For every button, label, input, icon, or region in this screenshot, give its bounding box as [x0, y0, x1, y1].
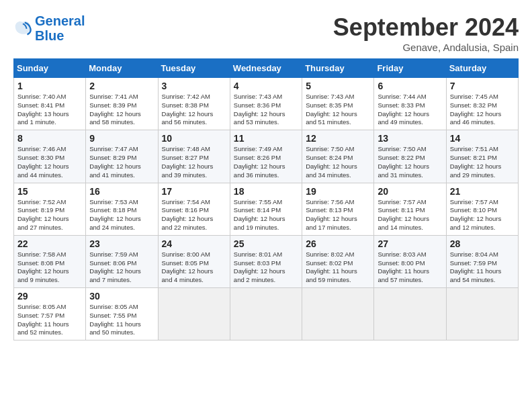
calendar-cell: 1Sunrise: 7:40 AMSunset: 8:41 PMDaylight… [14, 78, 86, 130]
logo: General Blue [13, 13, 85, 43]
day-number: 7 [450, 81, 515, 91]
calendar-cell: 13Sunrise: 7:50 AMSunset: 8:22 PMDayligh… [374, 130, 446, 183]
day-number: 8 [17, 133, 82, 144]
calendar-cell: 19Sunrise: 7:56 AMSunset: 8:13 PMDayligh… [302, 183, 374, 235]
day-info: Sunrise: 7:48 AMSunset: 8:27 PMDaylight:… [162, 145, 226, 179]
calendar-cell: 3Sunrise: 7:42 AMSunset: 8:38 PMDaylight… [158, 78, 230, 130]
calendar-cell: 9Sunrise: 7:47 AMSunset: 8:29 PMDaylight… [86, 130, 158, 183]
month-title: September 2024 [333, 13, 519, 42]
day-info: Sunrise: 7:50 AMSunset: 8:24 PMDaylight:… [306, 145, 370, 179]
day-info: Sunrise: 7:50 AMSunset: 8:22 PMDaylight:… [378, 145, 442, 179]
day-number: 20 [378, 186, 442, 197]
calendar-cell: 25Sunrise: 8:01 AMSunset: 8:03 PMDayligh… [230, 235, 302, 287]
calendar-table: SundayMondayTuesdayWednesdayThursdayFrid… [13, 58, 519, 340]
location-subtitle: Genave, Andalusia, Spain [333, 42, 519, 53]
week-row-5: 29Sunrise: 8:05 AMSunset: 7:57 PMDayligh… [14, 288, 519, 340]
day-info: Sunrise: 7:58 AMSunset: 8:08 PMDaylight:… [17, 250, 82, 285]
title-block: September 2024 Genave, Andalusia, Spain [333, 13, 519, 53]
calendar-cell [446, 288, 518, 340]
day-number: 1 [17, 81, 82, 91]
calendar-cell: 11Sunrise: 7:49 AMSunset: 8:26 PMDayligh… [230, 130, 302, 183]
calendar-cell: 2Sunrise: 7:41 AMSunset: 8:39 PMDaylight… [86, 78, 158, 130]
day-info: Sunrise: 7:45 AMSunset: 8:32 PMDaylight:… [450, 93, 515, 127]
day-number: 16 [89, 186, 154, 197]
day-info: Sunrise: 7:56 AMSunset: 8:13 PMDaylight:… [306, 198, 370, 232]
calendar-cell: 14Sunrise: 7:51 AMSunset: 8:21 PMDayligh… [446, 130, 518, 183]
calendar-cell: 10Sunrise: 7:48 AMSunset: 8:27 PMDayligh… [158, 130, 230, 183]
col-header-tuesday: Tuesday [158, 59, 230, 78]
calendar-cell [302, 288, 374, 340]
calendar-cell: 29Sunrise: 8:05 AMSunset: 7:57 PMDayligh… [14, 288, 86, 340]
day-number: 21 [450, 186, 515, 197]
day-number: 4 [234, 81, 298, 91]
day-number: 29 [17, 291, 82, 302]
day-info: Sunrise: 7:51 AMSunset: 8:21 PMDaylight:… [450, 145, 515, 179]
calendar-cell [230, 288, 302, 340]
col-header-thursday: Thursday [302, 59, 374, 78]
calendar-cell [158, 288, 230, 340]
calendar-cell: 26Sunrise: 8:02 AMSunset: 8:02 PMDayligh… [302, 235, 374, 287]
week-row-2: 8Sunrise: 7:46 AMSunset: 8:30 PMDaylight… [14, 130, 519, 183]
col-header-sunday: Sunday [14, 59, 86, 78]
col-header-wednesday: Wednesday [230, 59, 302, 78]
day-info: Sunrise: 8:00 AMSunset: 8:05 PMDaylight:… [162, 250, 226, 285]
logo-icon [13, 19, 32, 38]
day-number: 12 [306, 133, 370, 144]
day-info: Sunrise: 7:57 AMSunset: 8:11 PMDaylight:… [378, 198, 442, 232]
day-info: Sunrise: 7:43 AMSunset: 8:36 PMDaylight:… [234, 93, 298, 127]
calendar-cell: 21Sunrise: 7:57 AMSunset: 8:10 PMDayligh… [446, 183, 518, 235]
logo-text: General Blue [35, 13, 85, 43]
day-number: 17 [162, 186, 226, 197]
day-info: Sunrise: 8:01 AMSunset: 8:03 PMDaylight:… [234, 250, 298, 285]
day-number: 14 [450, 133, 515, 144]
day-number: 19 [306, 186, 370, 197]
day-number: 28 [450, 238, 515, 249]
day-number: 25 [234, 238, 298, 249]
day-number: 11 [234, 133, 298, 144]
day-info: Sunrise: 8:03 AMSunset: 8:00 PMDaylight:… [378, 250, 442, 285]
day-number: 27 [378, 238, 442, 249]
day-number: 2 [89, 81, 154, 91]
calendar-cell: 24Sunrise: 8:00 AMSunset: 8:05 PMDayligh… [158, 235, 230, 287]
day-info: Sunrise: 8:05 AMSunset: 7:55 PMDaylight:… [89, 303, 154, 337]
day-number: 3 [162, 81, 226, 91]
calendar-cell: 16Sunrise: 7:53 AMSunset: 8:18 PMDayligh… [86, 183, 158, 235]
calendar-cell: 22Sunrise: 7:58 AMSunset: 8:08 PMDayligh… [14, 235, 86, 287]
page-header: General Blue September 2024 Genave, Anda… [13, 13, 519, 53]
day-number: 24 [162, 238, 226, 249]
day-info: Sunrise: 7:53 AMSunset: 8:18 PMDaylight:… [89, 198, 154, 232]
calendar-cell: 20Sunrise: 7:57 AMSunset: 8:11 PMDayligh… [374, 183, 446, 235]
day-info: Sunrise: 7:57 AMSunset: 8:10 PMDaylight:… [450, 198, 515, 232]
calendar-cell: 15Sunrise: 7:52 AMSunset: 8:19 PMDayligh… [14, 183, 86, 235]
day-info: Sunrise: 7:44 AMSunset: 8:33 PMDaylight:… [378, 93, 442, 127]
calendar-cell: 8Sunrise: 7:46 AMSunset: 8:30 PMDaylight… [14, 130, 86, 183]
col-header-saturday: Saturday [446, 59, 518, 78]
day-info: Sunrise: 7:41 AMSunset: 8:39 PMDaylight:… [89, 93, 154, 127]
col-header-monday: Monday [86, 59, 158, 78]
calendar-cell: 7Sunrise: 7:45 AMSunset: 8:32 PMDaylight… [446, 78, 518, 130]
day-number: 9 [89, 133, 154, 144]
calendar-cell: 27Sunrise: 8:03 AMSunset: 8:00 PMDayligh… [374, 235, 446, 287]
calendar-cell: 6Sunrise: 7:44 AMSunset: 8:33 PMDaylight… [374, 78, 446, 130]
calendar-cell: 17Sunrise: 7:54 AMSunset: 8:16 PMDayligh… [158, 183, 230, 235]
col-header-friday: Friday [374, 59, 446, 78]
day-info: Sunrise: 7:47 AMSunset: 8:29 PMDaylight:… [89, 145, 154, 179]
day-info: Sunrise: 7:55 AMSunset: 8:14 PMDaylight:… [234, 198, 298, 232]
calendar-cell: 12Sunrise: 7:50 AMSunset: 8:24 PMDayligh… [302, 130, 374, 183]
day-number: 23 [89, 238, 154, 249]
calendar-cell: 18Sunrise: 7:55 AMSunset: 8:14 PMDayligh… [230, 183, 302, 235]
day-number: 10 [162, 133, 226, 144]
calendar-cell: 30Sunrise: 8:05 AMSunset: 7:55 PMDayligh… [86, 288, 158, 340]
day-info: Sunrise: 8:02 AMSunset: 8:02 PMDaylight:… [306, 250, 370, 285]
day-number: 22 [17, 238, 82, 249]
calendar-cell [374, 288, 446, 340]
calendar-cell: 5Sunrise: 7:43 AMSunset: 8:35 PMDaylight… [302, 78, 374, 130]
header-row: SundayMondayTuesdayWednesdayThursdayFrid… [14, 59, 519, 78]
day-info: Sunrise: 7:46 AMSunset: 8:30 PMDaylight:… [17, 145, 82, 179]
day-info: Sunrise: 7:42 AMSunset: 8:38 PMDaylight:… [162, 93, 226, 127]
week-row-4: 22Sunrise: 7:58 AMSunset: 8:08 PMDayligh… [14, 235, 519, 287]
day-info: Sunrise: 7:43 AMSunset: 8:35 PMDaylight:… [306, 93, 370, 127]
day-number: 30 [89, 291, 154, 302]
day-info: Sunrise: 7:49 AMSunset: 8:26 PMDaylight:… [234, 145, 298, 179]
day-info: Sunrise: 7:59 AMSunset: 8:06 PMDaylight:… [89, 250, 154, 285]
